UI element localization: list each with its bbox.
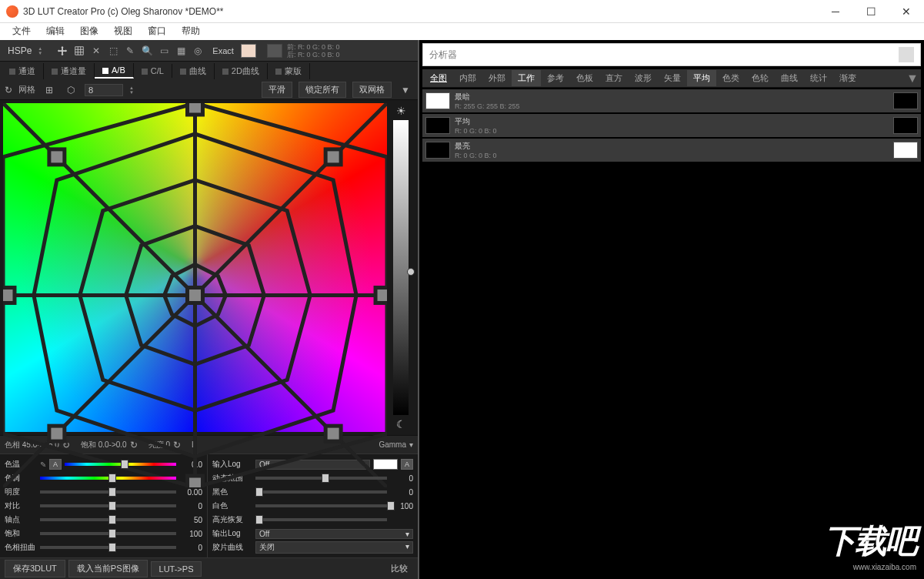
- color-item-2[interactable]: 最亮R: 0 G: 0 B: 0: [422, 139, 921, 162]
- slider-label: 输出Log: [212, 528, 252, 539]
- grid-icon[interactable]: [72, 43, 87, 59]
- refresh-icon[interactable]: ↻: [5, 85, 12, 95]
- analyzer-input[interactable]: [429, 49, 899, 60]
- menu-file[interactable]: 文件: [5, 23, 38, 40]
- maximize-button[interactable]: ☐: [853, 0, 889, 23]
- menu-image[interactable]: 图像: [72, 23, 106, 40]
- tab-ab[interactable]: A/B: [95, 63, 134, 79]
- analyzer-tab-14[interactable]: 渐变: [833, 70, 862, 86]
- save-3dlut-button[interactable]: 保存3DLUT: [5, 560, 65, 577]
- slider-label: 黑色: [212, 487, 252, 497]
- load-ps-button[interactable]: 载入当前PS图像: [68, 560, 148, 577]
- color-item-0[interactable]: 最暗R: 255 G: 255 B: 255: [422, 89, 921, 112]
- analyzer-tab-3[interactable]: 工作: [512, 70, 541, 86]
- analyzer-tab-7[interactable]: 波形: [629, 70, 658, 86]
- slider-track[interactable]: [65, 463, 176, 466]
- slider-label: 对比: [5, 500, 37, 511]
- tab-channel-amt[interactable]: 通道量: [44, 63, 95, 79]
- grid-size-input[interactable]: 8: [85, 84, 123, 96]
- slider-track[interactable]: [255, 490, 387, 494]
- crosshair-icon[interactable]: ✕: [88, 43, 104, 59]
- analyzer-search: [422, 43, 921, 66]
- color-item-1[interactable]: 平均R: 0 G: 0 B: 0: [422, 114, 921, 137]
- slider-track[interactable]: [40, 546, 176, 549]
- slider-饱和: 饱和100: [5, 527, 202, 541]
- smooth-button[interactable]: 平滑: [262, 82, 292, 98]
- color-wheel[interactable]: [3, 103, 387, 432]
- analyzer-tab-5[interactable]: 色板: [570, 70, 599, 86]
- slider-track[interactable]: [255, 518, 387, 521]
- zoom-icon[interactable]: 🔍: [139, 43, 155, 59]
- move-icon[interactable]: [55, 43, 70, 59]
- grid-size-stepper[interactable]: ▲▼: [129, 85, 138, 95]
- analyzer-tab-8[interactable]: 矢量: [658, 70, 687, 86]
- slider-value: 0.00: [179, 488, 202, 497]
- grid-hex-icon[interactable]: ⬡: [63, 82, 78, 98]
- svg-rect-4: [188, 288, 203, 303]
- color-wheel-area: ☀ ☾: [0, 100, 418, 435]
- menu-view[interactable]: 视图: [106, 23, 140, 40]
- bottom-toolbar: 保存3DLUT 载入当前PS图像 LUT->PS 比较: [0, 557, 418, 579]
- moon-icon[interactable]: ☾: [396, 418, 406, 430]
- dropdown-icon[interactable]: ▼: [398, 82, 413, 98]
- dualgrid-button[interactable]: 双网格: [352, 82, 392, 98]
- colorspace-stepper[interactable]: ▲▼: [38, 46, 47, 55]
- tab-2dcurve[interactable]: 2D曲线: [215, 63, 268, 79]
- dropdown[interactable]: Off ▾: [255, 529, 413, 539]
- analyzer-tab-10[interactable]: 色类: [716, 70, 746, 86]
- menu-edit[interactable]: 编辑: [38, 23, 72, 40]
- target-icon[interactable]: ◎: [190, 43, 205, 59]
- sun-icon[interactable]: ☀: [396, 105, 406, 117]
- grid2-icon[interactable]: ▦: [173, 43, 188, 59]
- tab-cl[interactable]: C/L: [134, 64, 172, 78]
- close-button[interactable]: ✕: [889, 0, 924, 23]
- item-name: 平均: [455, 116, 889, 127]
- marquee-icon[interactable]: ⬚: [105, 43, 121, 59]
- svg-rect-9: [49, 149, 65, 165]
- slider-track[interactable]: [40, 518, 176, 521]
- auto-button[interactable]: A: [401, 459, 413, 470]
- tab-channel[interactable]: 通道: [2, 63, 44, 79]
- item-swatch: [425, 117, 450, 134]
- analyzer-tab-9[interactable]: 平均: [687, 70, 716, 86]
- slider-track[interactable]: [40, 477, 176, 480]
- exact-button[interactable]: Exact: [207, 44, 239, 58]
- analyzer-tab-0[interactable]: 全图: [424, 70, 453, 86]
- colorspace-label[interactable]: HSPe: [3, 45, 36, 56]
- minimize-button[interactable]: ─: [818, 0, 853, 23]
- eyedropper-icon[interactable]: ✎: [122, 43, 138, 59]
- tabs-overflow-icon[interactable]: ▼: [906, 72, 919, 85]
- brightness-sidebar: ☀ ☾: [387, 103, 415, 432]
- svg-rect-8: [3, 288, 15, 303]
- slider-value: 0: [179, 544, 202, 552]
- analyzer-tab-6[interactable]: 直方: [599, 70, 629, 86]
- analyzer-tab-12[interactable]: 曲线: [775, 70, 804, 86]
- dropdown[interactable]: 关闭 ▾: [255, 541, 413, 554]
- analyzer-tab-11[interactable]: 色轮: [746, 70, 775, 86]
- slider-track[interactable]: [40, 504, 176, 507]
- color-swatch[interactable]: [241, 44, 256, 58]
- analyzer-tab-1[interactable]: 内部: [453, 70, 482, 86]
- rgb-readout: 前: R: 0 G: 0 B: 0 后: R: 0 G: 0 B: 0: [287, 43, 340, 59]
- analyzer-swatch[interactable]: [899, 47, 914, 62]
- tab-curve[interactable]: 曲线: [172, 63, 215, 79]
- analyzer-tab-4[interactable]: 参考: [541, 70, 570, 86]
- slider-track[interactable]: [255, 504, 387, 507]
- brightness-slider[interactable]: [393, 120, 409, 415]
- menu-help[interactable]: 帮助: [174, 23, 208, 40]
- menu-window[interactable]: 窗口: [140, 23, 174, 40]
- analyzer-tab-2[interactable]: 外部: [482, 70, 512, 86]
- slider-label: 轴点: [5, 514, 37, 525]
- lut-to-ps-button[interactable]: LUT->PS: [151, 561, 202, 577]
- grid-type-icon[interactable]: ⊞: [42, 82, 57, 98]
- item-swatch: [425, 92, 450, 109]
- analyzer-tab-13[interactable]: 统计: [804, 70, 833, 86]
- lockall-button[interactable]: 锁定所有: [299, 82, 346, 98]
- slider-track[interactable]: [40, 532, 176, 535]
- tab-mask[interactable]: 蒙版: [268, 63, 310, 79]
- rect-icon[interactable]: ▭: [156, 43, 172, 59]
- slider-track[interactable]: [255, 477, 387, 480]
- slider-value: 50: [179, 516, 202, 524]
- compare-button[interactable]: 比较: [385, 561, 413, 577]
- slider-track[interactable]: [40, 490, 176, 494]
